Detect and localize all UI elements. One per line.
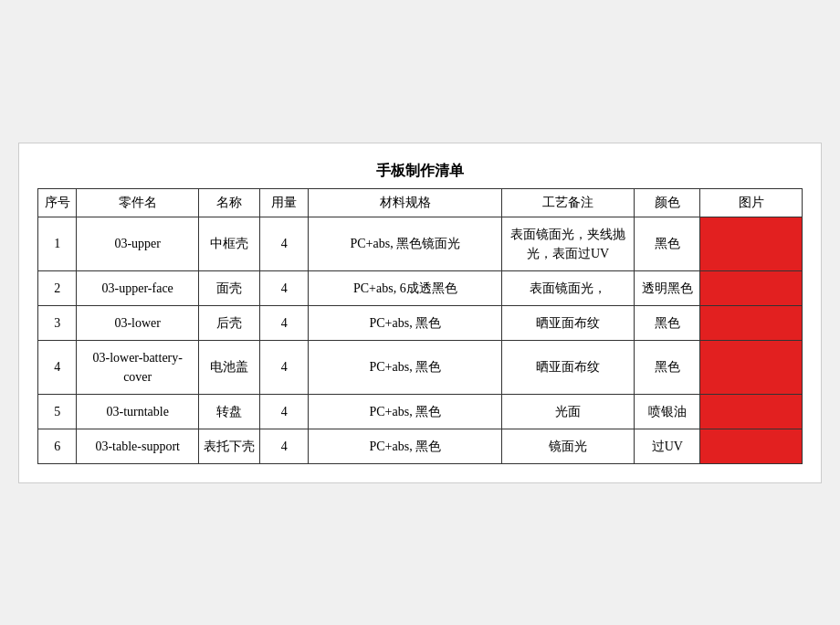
- header-part: 零件名: [77, 188, 199, 217]
- cell-img: [700, 340, 803, 394]
- table-row: 103-upper中框壳4PC+abs, 黑色镜面光表面镜面光，夹线抛光，表面过…: [38, 217, 803, 270]
- cell-img: [700, 217, 803, 270]
- header-color: 颜色: [635, 188, 700, 217]
- cell-note: 表面镜面光，夹线抛光，表面过UV: [502, 217, 635, 270]
- table-title: 手板制作清单: [37, 162, 803, 181]
- table-row: 403-lower-battery-cover电池盖4PC+abs, 黑色晒亚面…: [38, 340, 803, 394]
- cell-color: 过UV: [635, 429, 700, 463]
- cell-spec: PC+abs, 黑色: [309, 340, 502, 394]
- cell-part: 03-lower: [77, 305, 199, 340]
- cell-note: 光面: [502, 394, 635, 429]
- cell-img: [700, 394, 803, 429]
- header-img: 图片: [700, 188, 803, 217]
- cell-qty: 4: [259, 340, 308, 394]
- cell-part: 03-table-support: [77, 429, 199, 463]
- cell-name: 转盘: [199, 394, 260, 429]
- cell-img: [700, 270, 803, 305]
- cell-name: 电池盖: [199, 340, 260, 394]
- cell-qty: 4: [259, 305, 308, 340]
- cell-seq: 2: [38, 270, 77, 305]
- cell-qty: 4: [259, 394, 308, 429]
- cell-note: 表面镜面光，: [502, 270, 635, 305]
- cell-color: 黑色: [635, 217, 700, 270]
- cell-seq: 4: [38, 340, 77, 394]
- cell-spec: PC+abs, 6成透黑色: [309, 270, 502, 305]
- cell-spec: PC+abs, 黑色: [309, 429, 502, 463]
- header-spec: 材料规格: [309, 188, 502, 217]
- cell-color: 透明黑色: [635, 270, 700, 305]
- header-note: 工艺备注: [502, 188, 635, 217]
- cell-part: 03-upper: [77, 217, 199, 270]
- cell-spec: PC+abs, 黑色: [309, 305, 502, 340]
- cell-spec: PC+abs, 黑色镜面光: [309, 217, 502, 270]
- main-table: 序号 零件名 名称 用量 材料规格 工艺备注 颜色 图片 103-upper中框…: [37, 188, 803, 464]
- cell-part: 03-lower-battery-cover: [77, 340, 199, 394]
- table-row: 503-turntable转盘4PC+abs, 黑色光面喷银油: [38, 394, 803, 429]
- cell-color: 黑色: [635, 340, 700, 394]
- cell-note: 晒亚面布纹: [502, 305, 635, 340]
- cell-spec: PC+abs, 黑色: [309, 394, 502, 429]
- cell-name: 中框壳: [199, 217, 260, 270]
- cell-name: 面壳: [199, 270, 260, 305]
- cell-seq: 5: [38, 394, 77, 429]
- header-name: 名称: [199, 188, 260, 217]
- cell-note: 晒亚面布纹: [502, 340, 635, 394]
- cell-seq: 3: [38, 305, 77, 340]
- cell-color: 黑色: [635, 305, 700, 340]
- cell-img: [700, 429, 803, 463]
- page-container: 手板制作清单 序号 零件名 名称 用量 材料规格 工艺备注 颜色 图片: [18, 143, 822, 483]
- header-seq: 序号: [38, 188, 77, 217]
- cell-seq: 1: [38, 217, 77, 270]
- header-qty: 用量: [259, 188, 308, 217]
- cell-img: [700, 305, 803, 340]
- table-row: 303-lower后壳4PC+abs, 黑色晒亚面布纹黑色: [38, 305, 803, 340]
- table-row: 203-upper-face面壳4PC+abs, 6成透黑色表面镜面光，透明黑色: [38, 270, 803, 305]
- header-row: 序号 零件名 名称 用量 材料规格 工艺备注 颜色 图片: [38, 188, 803, 217]
- cell-part: 03-upper-face: [77, 270, 199, 305]
- table-row: 603-table-support表托下壳4PC+abs, 黑色镜面光过UV: [38, 429, 803, 463]
- cell-qty: 4: [259, 217, 308, 270]
- cell-name: 后壳: [199, 305, 260, 340]
- cell-note: 镜面光: [502, 429, 635, 463]
- cell-name: 表托下壳: [199, 429, 260, 463]
- cell-part: 03-turntable: [77, 394, 199, 429]
- cell-seq: 6: [38, 429, 77, 463]
- cell-qty: 4: [259, 429, 308, 463]
- cell-color: 喷银油: [635, 394, 700, 429]
- cell-qty: 4: [259, 270, 308, 305]
